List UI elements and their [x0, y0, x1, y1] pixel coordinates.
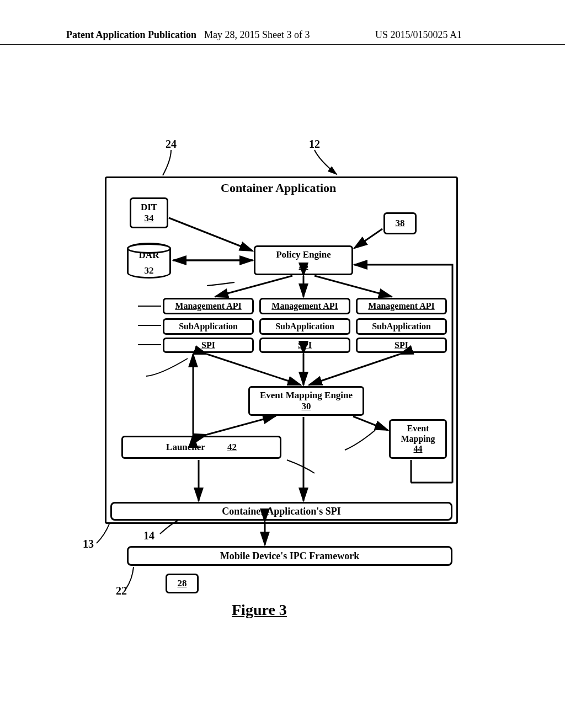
ref-14: 14: [143, 529, 154, 542]
dit-box: DIT 34: [130, 197, 168, 228]
ref-24: 24: [166, 138, 177, 151]
management-api-2-label: Management API: [271, 301, 338, 311]
dit-label: DIT: [141, 202, 157, 213]
subapplication-3: SubApplication: [356, 318, 447, 335]
policy-engine-number: 36: [299, 260, 308, 271]
box-38: 38: [383, 212, 417, 234]
dar-cylinder: DAR 32: [127, 243, 171, 279]
launcher-label: Launcher: [166, 442, 205, 453]
spi-2: SPI: [259, 338, 350, 353]
ref-12: 12: [309, 138, 320, 151]
figure-caption: Figure 3: [232, 601, 287, 619]
diagram-area: 24 12 13 14 22 40 16 17 18 18 18 18 Cont…: [83, 138, 480, 618]
spi-2-label: SPI: [298, 340, 312, 350]
subapplication-1: SubApplication: [163, 318, 254, 335]
management-api-2: Management API: [259, 298, 350, 314]
event-mapping-engine-number: 30: [302, 401, 311, 412]
event-mapping-engine-box: Event Mapping Engine 30: [248, 386, 364, 416]
event-mapping-label1: Event: [407, 424, 429, 433]
policy-engine-box: Policy Engine 36: [254, 245, 353, 275]
box-28-number: 28: [178, 578, 187, 589]
spi-1: SPI: [163, 338, 254, 353]
dar-label: DAR: [139, 250, 159, 261]
container-spi-label: Container Application's SPI: [222, 506, 341, 517]
launcher-number: 42: [227, 442, 237, 453]
spi-3: SPI: [356, 338, 447, 353]
container-title: Container Application: [221, 181, 336, 195]
spi-3-label: SPI: [395, 340, 408, 350]
launcher-box: Launcher 42: [121, 436, 281, 459]
management-api-1-label: Management API: [175, 301, 241, 311]
box-28: 28: [166, 574, 199, 593]
header-right: US 2015/0150025 A1: [375, 29, 462, 41]
container-spi-bar: Container Application's SPI: [110, 502, 452, 521]
event-mapping-box: Event Mapping 44: [389, 419, 447, 459]
event-mapping-number: 44: [414, 444, 423, 454]
event-mapping-label2: Mapping: [401, 434, 435, 444]
ipc-framework-label: Mobile Device's IPC Framework: [220, 550, 359, 562]
header-mid: May 28, 2015 Sheet 3 of 3: [204, 29, 310, 41]
page-header: Patent Application Publication May 28, 2…: [0, 44, 565, 61]
ref-13: 13: [83, 538, 94, 550]
policy-engine-label: Policy Engine: [276, 249, 331, 260]
management-api-1: Management API: [163, 298, 254, 314]
event-mapping-engine-label: Event Mapping Engine: [260, 390, 353, 401]
ref-22: 22: [116, 585, 127, 597]
spi-1-label: SPI: [201, 340, 215, 350]
ipc-framework-bar: Mobile Device's IPC Framework: [127, 546, 452, 566]
dar-number: 32: [145, 265, 154, 276]
subapplication-2-label: SubApplication: [275, 322, 334, 331]
management-api-3: Management API: [356, 298, 447, 314]
dit-number: 34: [145, 213, 154, 224]
management-api-3-label: Management API: [368, 301, 434, 311]
box-38-number: 38: [396, 218, 405, 229]
subapplication-1-label: SubApplication: [179, 322, 238, 331]
header-left: Patent Application Publication: [66, 29, 196, 41]
subapplication-2: SubApplication: [259, 318, 350, 335]
subapplication-3-label: SubApplication: [372, 322, 431, 331]
